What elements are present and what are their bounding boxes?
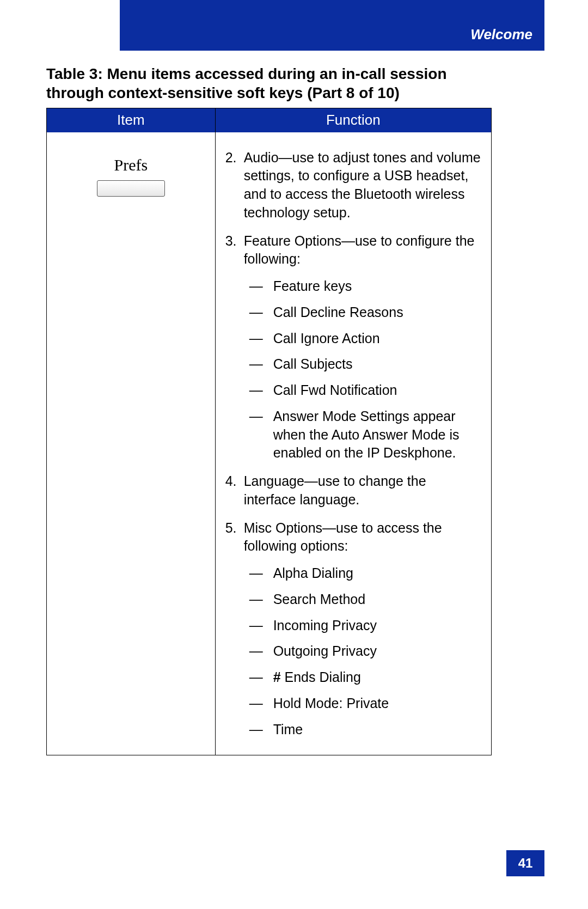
function-item: 4.Language—use to change the interface l… — [225, 472, 481, 509]
item-number: 2. — [225, 149, 244, 222]
item-cell: Prefs — [47, 132, 216, 755]
sublist-item: —Answer Mode Settings appear when the Au… — [249, 407, 481, 462]
section-title: Welcome — [470, 26, 532, 43]
sublist-text: Time — [273, 721, 303, 739]
table-header-row: Item Function — [47, 108, 492, 132]
item-number: 3. — [225, 232, 244, 463]
sublist-item: —Feature keys — [249, 277, 481, 296]
sublist-item: —Call Ignore Action — [249, 330, 481, 348]
sublist-item: —Incoming Privacy — [249, 617, 481, 635]
menu-table: Item Function Prefs 2.Audio—use to adjus… — [46, 108, 492, 755]
sublist-item: —Time — [249, 721, 481, 739]
dash-icon: — — [249, 330, 273, 348]
sublist-item: —Alpha Dialing — [249, 564, 481, 583]
dash-icon: — — [249, 642, 273, 661]
sublist-text: Outgoing Privacy — [273, 642, 377, 661]
column-header-function: Function — [215, 108, 491, 132]
sublist-text: Incoming Privacy — [273, 617, 377, 635]
item-number: 4. — [225, 472, 244, 509]
sublist-item: —# Ends Dialing — [249, 668, 481, 687]
sublist: —Feature keys—Call Decline Reasons—Call … — [244, 277, 481, 462]
sublist-text: # Ends Dialing — [273, 668, 361, 687]
item-text: Feature Options—use to configure the fol… — [244, 232, 481, 463]
sublist-text: Hold Mode: Private — [273, 694, 389, 713]
sublist-text: Alpha Dialing — [273, 564, 353, 583]
sublist-text: Call Decline Reasons — [273, 303, 403, 322]
dash-icon: — — [249, 407, 273, 462]
item-text: Language—use to change the interface lan… — [244, 472, 481, 509]
table-row: Prefs 2.Audio—use to adjust tones and vo… — [47, 132, 492, 755]
column-header-item: Item — [47, 108, 216, 132]
prefs-label: Prefs — [57, 154, 205, 176]
sublist-item: —Outgoing Privacy — [249, 642, 481, 661]
dash-icon: — — [249, 590, 273, 609]
sublist-item: —Hold Mode: Private — [249, 694, 481, 713]
dash-icon: — — [249, 617, 273, 635]
sublist-text: Call Fwd Notification — [273, 381, 397, 400]
page-number: 41 — [506, 850, 544, 876]
table-caption: Table 3: Menu items accessed during an i… — [46, 64, 498, 102]
dash-icon: — — [249, 564, 273, 583]
item-text: Misc Options—use to access the following… — [244, 519, 481, 739]
function-item: 3.Feature Options—use to configure the f… — [225, 232, 481, 463]
dash-icon: — — [249, 355, 273, 374]
dash-icon: — — [249, 277, 273, 296]
function-item: 2.Audio—use to adjust tones and volume s… — [225, 149, 481, 222]
sublist-text: Call Subjects — [273, 355, 353, 374]
dash-icon: — — [249, 694, 273, 713]
function-item: 5.Misc Options—use to access the followi… — [225, 519, 481, 739]
softkey-button[interactable] — [97, 180, 165, 197]
sublist: —Alpha Dialing—Search Method—Incoming Pr… — [244, 564, 481, 739]
dash-icon: — — [249, 721, 273, 739]
sublist-text: Call Ignore Action — [273, 330, 380, 348]
header-bar: Welcome — [120, 0, 544, 51]
item-number: 5. — [225, 519, 244, 739]
sublist-text: Feature keys — [273, 277, 352, 296]
sublist-item: —Call Decline Reasons — [249, 303, 481, 322]
dash-icon: — — [249, 381, 273, 400]
sublist-item: —Call Fwd Notification — [249, 381, 481, 400]
dash-icon: — — [249, 668, 273, 687]
sublist-item: —Search Method — [249, 590, 481, 609]
sublist-text: Answer Mode Settings appear when the Aut… — [273, 407, 481, 462]
function-cell: 2.Audio—use to adjust tones and volume s… — [215, 132, 491, 755]
dash-icon: — — [249, 303, 273, 322]
sublist-item: —Call Subjects — [249, 355, 481, 374]
item-text: Audio—use to adjust tones and volume set… — [244, 149, 481, 222]
sublist-text: Search Method — [273, 590, 366, 609]
